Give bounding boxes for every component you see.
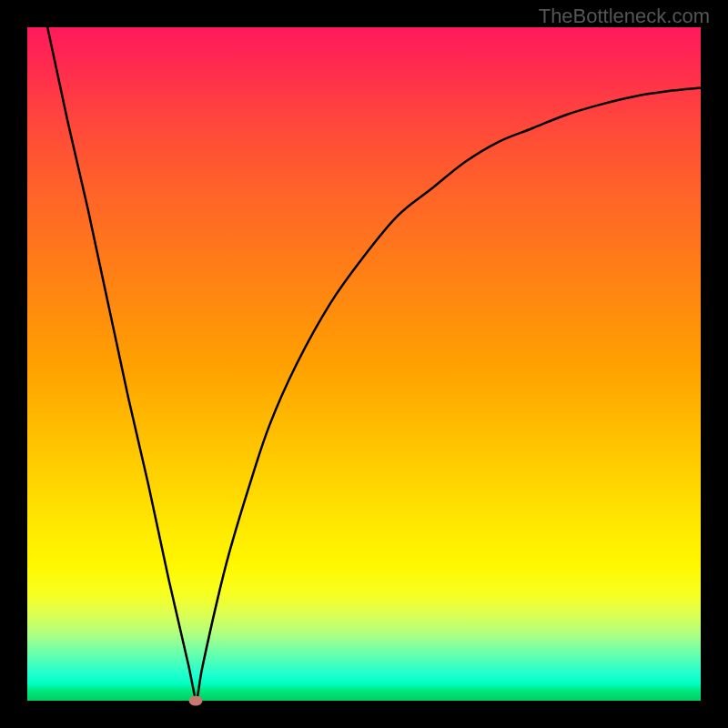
chart-plot-area xyxy=(27,27,701,701)
chart-curve xyxy=(27,27,701,701)
minimum-marker xyxy=(189,696,203,706)
watermark-text: TheBottleneck.com xyxy=(539,5,710,28)
